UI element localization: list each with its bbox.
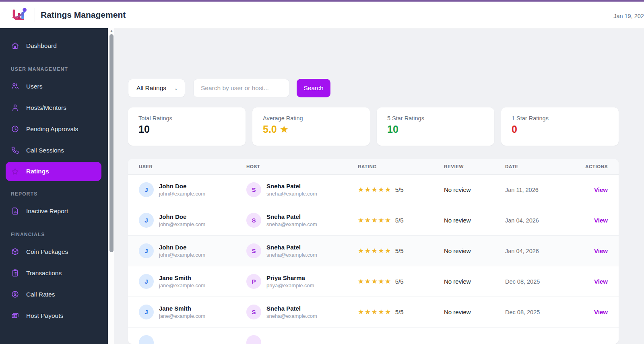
user-name: John Doe (159, 182, 205, 190)
host-avatar: S (246, 305, 261, 319)
user-cell: J Jane Smith jane@example.com (139, 305, 246, 320)
host-cell: S Sneha Patel sneha@example.com (246, 182, 358, 198)
date-cell: Dec 08, 2025 (505, 309, 583, 315)
page-title: Ratings Management (41, 10, 126, 20)
sidebar-item-ratings[interactable]: Ratings (6, 162, 101, 181)
user-email: jane@example.com (159, 313, 205, 320)
rating-value: 5/5 (395, 309, 404, 315)
user-email: john@example.com (159, 221, 205, 228)
host-name: Sneha Patel (266, 213, 317, 221)
view-button[interactable]: View (594, 309, 608, 315)
view-button[interactable]: View (594, 186, 608, 193)
actions-cell: View (583, 186, 608, 194)
host-name: Sneha Patel (266, 243, 317, 251)
dollar-circle-icon (11, 290, 19, 299)
sidebar: Dashboard USER MANAGEMENT Users Hosts/Me… (0, 28, 108, 344)
table-row: J John Doe john@example.com S Sneha Pate… (128, 205, 619, 236)
column-header-host: HOST (246, 164, 358, 169)
user-cell: J John Doe john@example.com (139, 213, 246, 228)
actions-cell: View (583, 309, 608, 316)
sidebar-item-label: Call Rates (26, 291, 55, 298)
sidebar-item-hosts-mentors[interactable]: Hosts/Mentors (0, 97, 108, 118)
search-button[interactable]: Search (297, 79, 330, 97)
rating-filter-select[interactable]: All Ratings ⌄ (128, 79, 185, 97)
host-cell: S Sneha Patel sneha@example.com (246, 213, 358, 228)
main-content: All Ratings ⌄ Search Total Ratings 10 Av… (114, 28, 644, 344)
stat-value: 5.0 ★ (263, 124, 359, 135)
star-icon (11, 167, 19, 176)
table-row: J Jane Smith jane@example.com P Priya Sh… (128, 266, 619, 297)
host-cell: P Priya Sharma priya@example.com (246, 274, 358, 289)
view-button[interactable]: View (594, 278, 608, 285)
rating-value: 5/5 (395, 247, 404, 254)
sidebar-item-label: Dashboard (26, 42, 57, 49)
actions-cell: View (583, 278, 608, 285)
user-email: john@example.com (159, 190, 205, 198)
stat-label: 1 Star Ratings (512, 115, 608, 122)
filter-bar: All Ratings ⌄ Search (128, 79, 619, 97)
sidebar-item-label: Host Payouts (26, 312, 63, 319)
date-cell: Dec 08, 2025 (505, 278, 583, 285)
star-rating-icons: ★★★★★ (358, 216, 392, 225)
clipboard-icon (11, 269, 19, 277)
report-icon (11, 207, 19, 215)
scrollbar-thumb[interactable] (109, 34, 114, 252)
host-cell: S Sneha Patel sneha@example.com (246, 305, 358, 320)
person-icon (11, 103, 19, 112)
user-cell (139, 335, 246, 344)
host-cell (246, 335, 358, 344)
header-date: Jan 19, 2026 (613, 13, 644, 19)
sidebar-item-dashboard[interactable]: Dashboard (0, 35, 108, 56)
sidebar-item-label: Transactions (26, 270, 62, 277)
user-name: Jane Smith (159, 305, 205, 313)
search-input[interactable] (193, 79, 289, 97)
view-button[interactable]: View (594, 247, 608, 254)
sidebar-item-users[interactable]: Users (0, 76, 108, 97)
stat-label: Total Ratings (138, 115, 235, 122)
actions-cell: View (583, 247, 608, 255)
sidebar-scrollbar[interactable]: ▲ (108, 28, 114, 344)
user-avatar: J (139, 182, 154, 197)
sidebar-item-label: Users (26, 83, 42, 90)
sidebar-item-label: Ratings (26, 168, 49, 175)
user-avatar: J (139, 305, 154, 319)
view-button[interactable]: View (594, 217, 608, 224)
date-cell: Jan 04, 2026 (505, 217, 583, 224)
rating-filter-value: All Ratings (136, 84, 166, 92)
scrollbar-up-arrow[interactable]: ▲ (108, 29, 115, 33)
sidebar-item-label: Pending Approvals (26, 126, 78, 133)
rating-cell: ★★★★★ 5/5 (358, 277, 444, 286)
sidebar-item-inactive-report[interactable]: Inactive Report (0, 200, 108, 222)
actions-cell: View (583, 217, 608, 224)
user-email: john@example.com (159, 251, 205, 259)
clock-icon (11, 125, 19, 133)
ratings-table: USER HOST RATING REVIEW DATE ACTIONS J J… (128, 159, 619, 344)
stat-card-average-rating: Average Rating 5.0 ★ (252, 107, 370, 146)
sidebar-item-host-payouts[interactable]: Host Payouts (0, 305, 108, 326)
column-header-user: USER (139, 164, 246, 169)
review-cell: No review (444, 186, 505, 193)
sidebar-item-pending-approvals[interactable]: Pending Approvals (0, 118, 108, 140)
rating-cell: ★★★★★ 5/5 (358, 185, 444, 194)
column-header-review: REVIEW (444, 164, 505, 169)
table-header: USER HOST RATING REVIEW DATE ACTIONS (128, 159, 619, 175)
rating-cell: ★★★★★ 5/5 (358, 247, 444, 255)
host-name: Sneha Patel (266, 182, 317, 190)
sidebar-item-label: Coin Packages (26, 248, 68, 255)
sidebar-item-call-rates[interactable]: Call Rates (0, 284, 108, 305)
sidebar-item-call-sessions[interactable]: Call Sessions (0, 140, 108, 161)
user-email: jane@example.com (159, 282, 205, 289)
user-avatar: J (139, 213, 154, 228)
table-row: J John Doe john@example.com S Sneha Pate… (128, 175, 619, 205)
rating-value: 5/5 (395, 186, 404, 193)
logo-icon (10, 6, 28, 24)
user-avatar: J (139, 243, 154, 258)
header-divider (35, 8, 35, 22)
review-cell: No review (444, 217, 505, 224)
sidebar-item-transactions[interactable]: Transactions (0, 262, 108, 284)
stat-card-5-star-ratings: 5 Star Ratings 10 (377, 107, 494, 146)
sidebar-item-label: Hosts/Mentors (26, 104, 66, 111)
user-cell: J John Doe john@example.com (139, 243, 246, 259)
sidebar-item-coin-packages[interactable]: Coin Packages (0, 241, 108, 262)
host-avatar (246, 335, 261, 344)
